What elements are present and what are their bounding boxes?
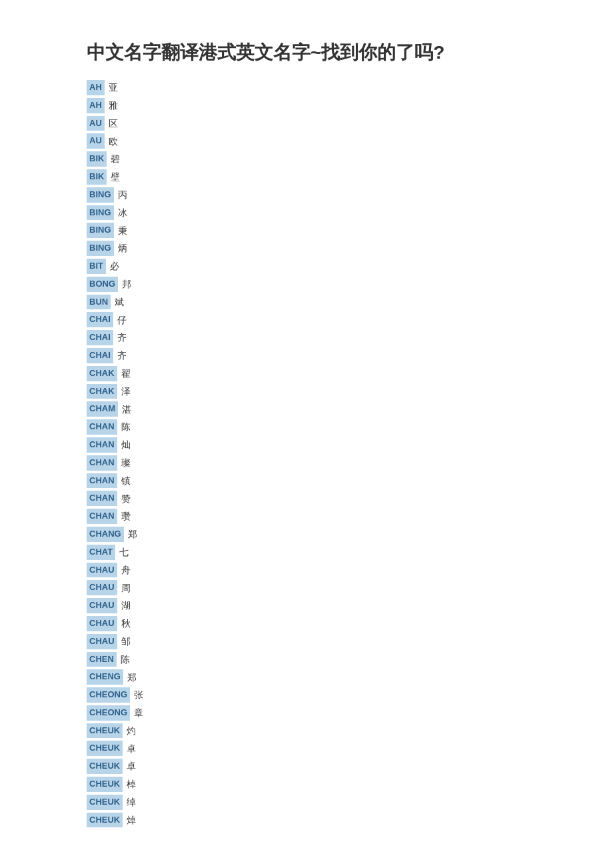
list-item: BING冰	[87, 204, 613, 222]
english-tag: CHAU	[87, 634, 117, 649]
list-item: CHAI齐	[87, 329, 613, 347]
chinese-character: 碧	[111, 151, 120, 166]
list-item: CHAN璨	[87, 454, 613, 472]
english-tag: CHAN	[87, 455, 117, 471]
english-tag: BING	[87, 205, 114, 221]
list-item: BING丙	[87, 186, 613, 204]
list-item: CHAN陈	[87, 418, 613, 436]
chinese-character: 齐	[117, 348, 127, 363]
chinese-character: 卓	[127, 759, 136, 773]
english-tag: CHEONG	[87, 687, 130, 703]
list-item: CHEONG张	[87, 686, 613, 704]
chinese-character: 张	[134, 687, 143, 702]
list-item: BIT必	[87, 257, 613, 275]
list-item: CHAN瓒	[87, 507, 613, 525]
chinese-character: 七	[119, 545, 129, 559]
chinese-character: 邹	[121, 634, 131, 649]
list-item: CHAI仔	[87, 311, 613, 329]
english-tag: CHAU	[87, 598, 117, 613]
chinese-character: 灿	[121, 437, 131, 452]
chinese-character: 周	[121, 581, 131, 595]
english-tag: CHANG	[87, 527, 124, 542]
list-item: CHANG郑	[87, 525, 613, 543]
list-item: CHAU周	[87, 579, 613, 597]
english-tag: CHEONG	[87, 705, 130, 721]
english-tag: CHEUK	[87, 813, 123, 828]
english-tag: BING	[87, 241, 114, 256]
chinese-character: 仔	[117, 313, 127, 327]
list-item: AU欧	[87, 132, 613, 150]
chinese-character: 邦	[122, 277, 131, 291]
list-item: CHEUK焯	[87, 811, 613, 829]
chinese-character: 灼	[127, 723, 136, 738]
list-item: CHAT七	[87, 543, 613, 561]
name-list: AH亚AH雅AU区AU欧BIK碧BIK壁BING丙BING冰BING秉BING炳…	[87, 79, 613, 829]
list-item: CHAK翟	[87, 365, 613, 383]
english-tag: CHAN	[87, 509, 117, 524]
english-tag: CHAU	[87, 616, 117, 631]
english-tag: BUN	[87, 295, 111, 310]
chinese-character: 区	[109, 116, 118, 131]
english-tag: CHAT	[87, 545, 115, 560]
chinese-character: 璨	[121, 455, 131, 470]
english-tag: BIK	[87, 151, 107, 167]
list-item: BING炳	[87, 239, 613, 257]
chinese-character: 必	[110, 259, 119, 273]
list-item: CHAI齐	[87, 347, 613, 365]
chinese-character: 瓒	[121, 509, 131, 523]
list-item: CHEN陈	[87, 651, 613, 669]
chinese-character: 舟	[121, 563, 131, 577]
english-tag: BONG	[87, 277, 118, 292]
chinese-character: 焯	[127, 813, 136, 827]
chinese-character: 冰	[118, 205, 127, 220]
english-tag: AU	[87, 116, 105, 131]
chinese-character: 湛	[122, 402, 131, 417]
english-tag: CHAK	[87, 384, 117, 399]
english-tag: CHAK	[87, 366, 117, 381]
chinese-character: 斌	[115, 295, 124, 309]
page-title: 中文名字翻译港式英文名字~找到你的了吗?	[87, 40, 613, 65]
chinese-character: 棹	[127, 777, 136, 791]
list-item: BONG邦	[87, 275, 613, 293]
english-tag: BING	[87, 223, 114, 238]
english-tag: CHEUK	[87, 741, 123, 756]
chinese-character: 陈	[121, 419, 131, 434]
list-item: BIK碧	[87, 150, 613, 168]
english-tag: CHENG	[87, 669, 123, 685]
list-item: CHAK泽	[87, 383, 613, 401]
english-tag: CHEN	[87, 652, 117, 667]
list-item: CHAN灿	[87, 436, 613, 454]
chinese-character: 镇	[121, 473, 131, 488]
chinese-character: 湖	[121, 598, 131, 613]
chinese-character: 卓	[127, 741, 136, 756]
chinese-character: 壁	[111, 169, 120, 184]
chinese-character: 炳	[118, 241, 127, 255]
list-item: BUN斌	[87, 293, 613, 311]
english-tag: AH	[87, 80, 105, 95]
list-item: CHAN镇	[87, 472, 613, 490]
english-tag: CHAM	[87, 401, 118, 417]
chinese-character: 翟	[121, 366, 131, 381]
list-item: CHEUK卓	[87, 739, 613, 757]
english-tag: BIT	[87, 259, 106, 274]
chinese-character: 郑	[127, 670, 137, 685]
list-item: BIK壁	[87, 168, 613, 186]
english-tag: CHAN	[87, 419, 117, 435]
list-item: BING秉	[87, 221, 613, 239]
list-item: CHAU邹	[87, 633, 613, 651]
chinese-character: 泽	[121, 384, 131, 399]
english-tag: BING	[87, 187, 114, 203]
english-tag: CHAI	[87, 348, 113, 363]
list-item: CHEUK灼	[87, 722, 613, 740]
list-item: CHENG郑	[87, 668, 613, 686]
chinese-character: 雅	[109, 98, 118, 113]
list-item: CHEONG章	[87, 704, 613, 722]
list-item: CHEUK棹	[87, 775, 613, 793]
list-item: AH亚	[87, 79, 613, 97]
list-item: CHAM湛	[87, 400, 613, 418]
english-tag: CHAU	[87, 563, 117, 578]
english-tag: CHEUK	[87, 759, 123, 774]
english-tag: CHAI	[87, 330, 113, 345]
chinese-character: 绰	[127, 795, 136, 809]
list-item: CHEUK绰	[87, 793, 613, 811]
